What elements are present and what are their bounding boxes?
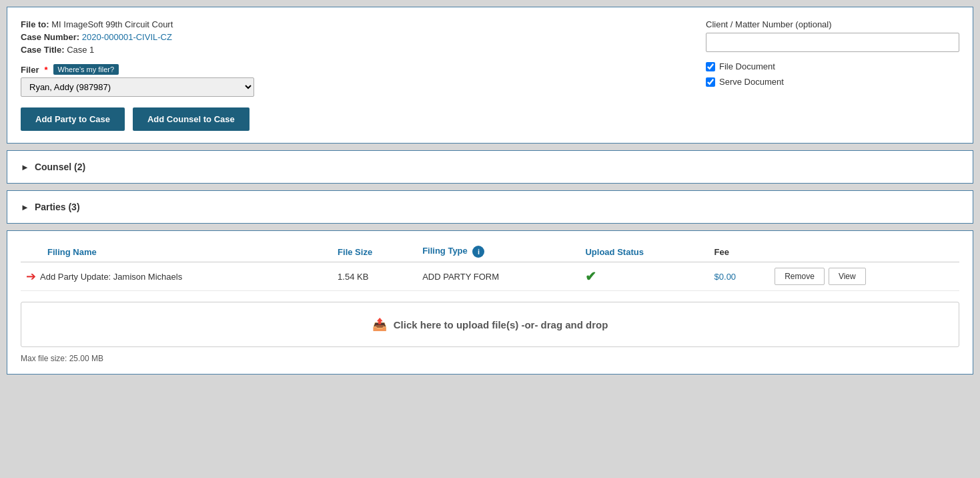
red-arrow-icon: ➔: [26, 269, 36, 284]
top-right-panel: Client / Matter Number (optional) File D…: [706, 19, 959, 131]
filing-name-value: Add Party Update: Jamison Michaels: [40, 272, 182, 282]
td-filing-type: ADD PARTY FORM: [417, 262, 580, 291]
parties-section-header[interactable]: ► Parties (3): [21, 202, 959, 212]
counsel-chevron-icon: ►: [21, 162, 29, 172]
serve-document-label: Serve Document: [719, 77, 784, 87]
file-to-value: MI ImageSoft 99th Circuit Court: [51, 19, 173, 29]
view-button[interactable]: View: [829, 268, 866, 285]
row-action-buttons: Remove View: [775, 268, 954, 285]
client-matter-input[interactable]: [706, 33, 959, 52]
th-upload-status: Upload Status: [580, 242, 708, 262]
upload-zone-text: Click here to upload file(s) -or- drag a…: [394, 319, 608, 330]
th-fee: Fee: [709, 242, 770, 262]
td-fee: $0.00: [709, 262, 770, 291]
serve-document-checkbox[interactable]: [706, 77, 715, 87]
td-upload-status: ✔: [580, 262, 708, 291]
table-row: ➔ Add Party Update: Jamison Michaels 1.5…: [21, 262, 959, 291]
upload-icon: 📤: [372, 318, 387, 331]
upload-zone[interactable]: 📤 Click here to upload file(s) -or- drag…: [21, 302, 959, 347]
file-info: File to: MI ImageSoft 99th Circuit Court…: [21, 19, 692, 55]
parties-chevron-icon: ►: [21, 202, 29, 212]
th-file-size: File Size: [332, 242, 417, 262]
case-number-link[interactable]: 2020-000001-CIVIL-CZ: [82, 32, 172, 42]
th-actions: [769, 242, 959, 262]
top-left-panel: File to: MI ImageSoft 99th Circuit Court…: [21, 19, 692, 131]
remove-button[interactable]: Remove: [775, 268, 825, 285]
required-indicator: *: [44, 65, 47, 75]
filer-label-text: Filer: [21, 65, 39, 75]
files-card: Filing Name File Size Filing Type i Uplo…: [7, 230, 973, 375]
file-document-row: File Document: [706, 61, 959, 71]
client-matter-label: Client / Matter Number (optional): [706, 19, 959, 29]
filer-label-row: Filer* Where's my filer?: [21, 64, 692, 75]
file-document-label: File Document: [719, 61, 775, 71]
td-file-size: 1.54 KB: [332, 262, 417, 291]
counsel-section-card: ► Counsel (2): [7, 150, 973, 184]
files-table: Filing Name File Size Filing Type i Uplo…: [21, 242, 959, 291]
counsel-section-label: Counsel (2): [35, 162, 85, 172]
filing-type-value: ADD PARTY FORM: [422, 272, 499, 282]
td-row-actions: Remove View: [769, 262, 959, 291]
case-title-line: Case Title: Case 1: [21, 45, 692, 55]
top-card: File to: MI ImageSoft 99th Circuit Court…: [7, 7, 973, 144]
counsel-section-header[interactable]: ► Counsel (2): [21, 162, 959, 172]
client-matter-section: Client / Matter Number (optional): [706, 19, 959, 52]
filer-select[interactable]: Ryan, Addy (987987): [21, 77, 254, 97]
file-to-label: File to:: [21, 19, 49, 29]
max-file-size-label: Max file size: 25.00 MB: [21, 354, 959, 363]
serve-document-row: Serve Document: [706, 77, 959, 87]
fee-value: $0.00: [714, 272, 737, 282]
filer-section: Filer* Where's my filer? Ryan, Addy (987…: [21, 64, 692, 97]
wheres-my-filer-button[interactable]: Where's my filer?: [53, 64, 119, 75]
action-buttons: Add Party to Case Add Counsel to Case: [21, 107, 692, 131]
th-filing-name: Filing Name: [21, 242, 332, 262]
checkboxes-section: File Document Serve Document: [706, 61, 959, 87]
case-number-label: Case Number:: [21, 32, 79, 42]
file-to-line: File to: MI ImageSoft 99th Circuit Court: [21, 19, 692, 29]
parties-section-card: ► Parties (3): [7, 190, 973, 224]
add-counsel-button[interactable]: Add Counsel to Case: [133, 107, 250, 131]
th-filing-type: Filing Type i: [417, 242, 580, 262]
file-size-value: 1.54 KB: [338, 272, 368, 282]
file-document-checkbox[interactable]: [706, 62, 715, 71]
td-filing-name: ➔ Add Party Update: Jamison Michaels: [21, 262, 332, 291]
case-title-value: Case 1: [67, 45, 94, 55]
filing-type-info-icon[interactable]: i: [472, 246, 484, 258]
case-title-label: Case Title:: [21, 45, 65, 55]
parties-section-label: Parties (3): [35, 202, 80, 212]
upload-status-checkmark: ✔: [585, 269, 596, 284]
add-party-button[interactable]: Add Party to Case: [21, 107, 125, 131]
case-number-line: Case Number: 2020-000001-CIVIL-CZ: [21, 32, 692, 42]
table-header-row: Filing Name File Size Filing Type i Uplo…: [21, 242, 959, 262]
